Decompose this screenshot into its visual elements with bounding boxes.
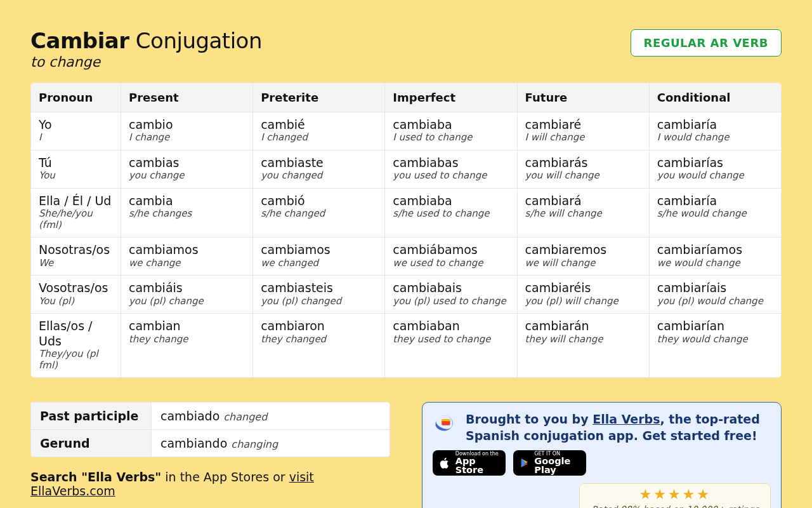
- promo-app-icon: [433, 411, 457, 436]
- participle-label: Gerund: [31, 429, 152, 457]
- participle-row: Gerundcambiando changing: [31, 429, 390, 457]
- conjugation-cell: cambiaríaI would change: [649, 112, 781, 150]
- conjugation-cell: cambiaréI will change: [517, 112, 649, 150]
- promo-text: Brought to you by Ella Verbs, the top-ra…: [466, 411, 771, 444]
- conjugation-cell: cambiasteisyou (pl) changed: [253, 275, 385, 313]
- svg-rect-1: [442, 419, 450, 421]
- table-row: Nosotras/osWecambiamoswe changecambiamos…: [31, 237, 782, 275]
- promo-box: Brought to you by Ella Verbs, the top-ra…: [422, 402, 782, 508]
- table-row: YoIcambioI changecambiéI changedcambiaba…: [31, 112, 782, 150]
- pronoun-cell: Vosotras/osYou (pl): [31, 275, 121, 313]
- conjugation-cell: cambiabasyou used to change: [385, 150, 517, 188]
- star-icons: ★★★★★: [591, 488, 759, 502]
- participle-value: cambiando changing: [152, 429, 390, 457]
- google-play-button[interactable]: GET IT ON Google Play: [513, 450, 586, 476]
- pronoun-cell: Ellas/os / UdsThey/you (pl fml): [31, 313, 121, 377]
- conjugation-cell: cambiaronthey changed: [253, 313, 385, 377]
- conjugation-cell: cambiaríamoswe would change: [649, 237, 781, 275]
- rating-box: ★★★★★ Rated 98% based on 10,000+ ratings: [579, 483, 771, 508]
- conjugation-cell: cambioI change: [121, 112, 252, 150]
- conjugation-cell: cambiarías/he would change: [649, 188, 781, 237]
- conjugation-cell: cambiaránthey will change: [517, 313, 649, 377]
- table-row: TúYoucambiasyou changecambiasteyou chang…: [31, 150, 782, 188]
- conjugation-table: PronounPresentPreteriteImperfectFutureCo…: [30, 83, 782, 378]
- participle-table: Past participlecambiado changedGerundcam…: [30, 402, 390, 457]
- conjugation-cell: cambiaríaisyou (pl) would change: [649, 275, 781, 313]
- pronoun-cell: Nosotras/osWe: [31, 237, 121, 275]
- conjugation-cell: cambias/he changes: [121, 188, 252, 237]
- conjugation-cell: cambiarás/he will change: [517, 188, 649, 237]
- conjugation-cell: cambiamoswe change: [121, 237, 252, 275]
- pronoun-cell: YoI: [31, 112, 121, 150]
- column-header: Conditional: [649, 83, 781, 112]
- verb-translation: to change: [30, 54, 262, 70]
- conjugation-cell: cambiáisyou (pl) change: [121, 275, 252, 313]
- column-header: Pronoun: [31, 83, 121, 112]
- pronoun-cell: Ella / Él / UdShe/he/you (fml): [31, 188, 121, 237]
- table-row: Ellas/os / UdsThey/you (pl fml)cambianth…: [31, 313, 782, 377]
- page-title: Cambiar Conjugation: [30, 29, 262, 53]
- conjugation-cell: cambiós/he changed: [253, 188, 385, 237]
- ella-verbs-link[interactable]: Ella Verbs: [593, 412, 660, 426]
- apple-icon: [439, 456, 451, 470]
- participle-row: Past participlecambiado changed: [31, 402, 390, 429]
- column-header: Present: [121, 83, 252, 112]
- participle-label: Past participle: [31, 402, 152, 429]
- participle-value: cambiado changed: [152, 402, 390, 429]
- pronoun-cell: TúYou: [31, 150, 121, 188]
- conjugation-cell: cambiaríasyou would change: [649, 150, 781, 188]
- conjugation-cell: cambiabanthey used to change: [385, 313, 517, 377]
- conjugation-cell: cambiamoswe changed: [253, 237, 385, 275]
- table-row: Vosotras/osYou (pl)cambiáisyou (pl) chan…: [31, 275, 782, 313]
- app-store-button[interactable]: Download on the App Store: [433, 450, 506, 476]
- conjugation-cell: cambiarásyou will change: [517, 150, 649, 188]
- conjugation-cell: cambianthey change: [121, 313, 252, 377]
- conjugation-cell: cambiaréisyou (pl) will change: [517, 275, 649, 313]
- conjugation-cell: cambiábamoswe used to change: [385, 237, 517, 275]
- conjugation-cell: cambiasteyou changed: [253, 150, 385, 188]
- conjugation-cell: cambiabas/he used to change: [385, 188, 517, 237]
- verb-type-badge: REGULAR AR VERB: [631, 29, 782, 57]
- search-line: Search "Ella Verbs" in the App Stores or…: [30, 470, 390, 498]
- conjugation-cell: cambiaríanthey would change: [649, 313, 781, 377]
- conjugation-cell: cambiéI changed: [253, 112, 385, 150]
- column-header: Preterite: [253, 83, 385, 112]
- column-header: Imperfect: [385, 83, 517, 112]
- table-row: Ella / Él / UdShe/he/you (fml)cambias/he…: [31, 188, 782, 237]
- google-play-icon: [520, 456, 530, 470]
- column-header: Future: [517, 83, 649, 112]
- conjugation-cell: cambiabaI used to change: [385, 112, 517, 150]
- conjugation-cell: cambiabaisyou (pl) used to change: [385, 275, 517, 313]
- conjugation-cell: cambiaremoswe will change: [517, 237, 649, 275]
- conjugation-cell: cambiasyou change: [121, 150, 252, 188]
